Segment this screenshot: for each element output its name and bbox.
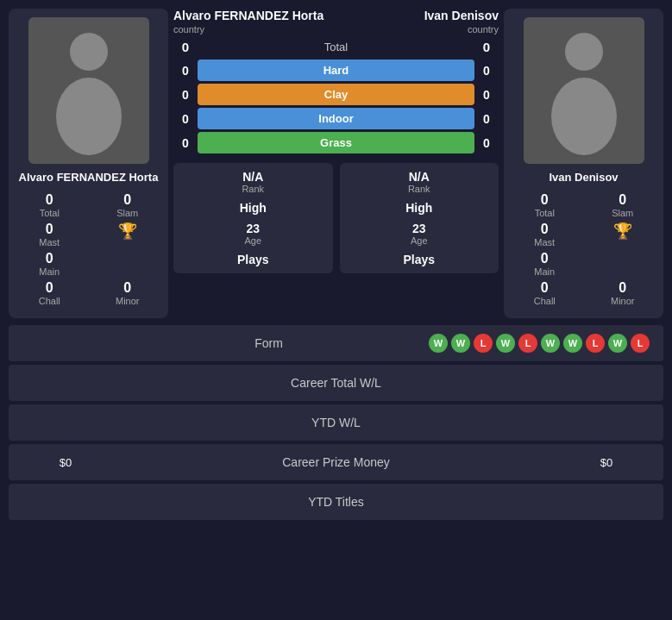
left-rank-label: Rank (180, 184, 326, 194)
center-right-name-block: Ivan Denisov country (424, 9, 499, 34)
right-mast-value: 0 (541, 222, 549, 237)
info-panels-row: N/A Rank High 23 Age Plays N/A Rank (173, 163, 499, 273)
center-left-name-block: Alvaro FERNANDEZ Horta country (173, 9, 323, 34)
surface-row-indoor: 0 Indoor 0 (173, 108, 499, 129)
right-player-card: Ivan Denisov 0 Total 0 Slam 0 Mast 🏆 (504, 9, 663, 318)
left-slam-label: Slam (116, 208, 138, 218)
right-high-value: High (347, 201, 493, 215)
right-main-value: 0 (541, 251, 549, 266)
total-right-score: 0 (474, 40, 499, 54)
left-total-label: Total (40, 208, 60, 218)
right-slam-stat: 0 Slam (591, 192, 656, 218)
form-badge-1: W (429, 334, 448, 353)
surface-row-grass: 0 Grass 0 (173, 132, 499, 153)
career-wl-row: Career Total W/L (9, 365, 663, 401)
form-badge-7: W (563, 334, 582, 353)
players-comparison: Alvaro FERNANDEZ Horta 0 Total 0 Slam 0 … (9, 9, 663, 318)
right-trophy-icon-container: 🏆 (591, 222, 656, 247)
left-mast-label: Mast (39, 237, 60, 247)
indoor-button[interactable]: Indoor (198, 108, 474, 129)
right-info-panel: N/A Rank High 23 Age Plays (340, 163, 499, 273)
form-badge-5: L (518, 334, 537, 353)
left-main-value: 0 (46, 251, 53, 266)
center-left-country: country (173, 24, 323, 34)
hard-left-score: 0 (173, 64, 198, 78)
total-left-score: 0 (173, 40, 198, 54)
right-player-stats2: 0 Chall 0 Minor (512, 280, 655, 306)
clay-button[interactable]: Clay (198, 84, 474, 105)
left-trophy-icon-container: 🏆 (96, 222, 160, 247)
center-right-country: country (424, 24, 499, 34)
right-rank-value: N/A (347, 170, 493, 184)
form-badge-2: W (451, 334, 470, 353)
prize-label: Career Prize Money (109, 455, 563, 469)
svg-point-0 (70, 33, 108, 71)
prize-right: $0 (563, 456, 650, 469)
left-age-value: 23 (180, 222, 326, 235)
right-total-stat: 0 Total (512, 192, 577, 218)
left-info-panel: N/A Rank High 23 Age Plays (173, 163, 333, 273)
total-label: Total (198, 41, 474, 53)
grass-left-score: 0 (173, 136, 198, 150)
surface-row-hard: 0 Hard 0 (173, 59, 499, 81)
left-player-card: Alvaro FERNANDEZ Horta 0 Total 0 Slam 0 … (9, 9, 168, 318)
form-badge-10: L (631, 334, 650, 353)
center-names-row: Alvaro FERNANDEZ Horta country Ivan Deni… (173, 9, 499, 34)
indoor-right-score: 0 (474, 112, 499, 126)
left-trophy-icon: 🏆 (118, 222, 137, 241)
left-mast-value: 0 (46, 222, 53, 237)
right-total-label: Total (535, 208, 555, 218)
form-badge-6: W (541, 334, 560, 353)
total-row: 0 Total 0 (173, 40, 499, 54)
left-age-container: 23 Age (180, 222, 326, 246)
left-high-value: High (180, 201, 326, 215)
form-row: Form W W L W L W W L W L (9, 325, 663, 361)
clay-left-score: 0 (173, 88, 198, 102)
center-right-name: Ivan Denisov (424, 9, 499, 22)
hard-button[interactable]: Hard (198, 59, 474, 81)
right-main-label: Main (534, 266, 555, 277)
left-total-value: 0 (46, 192, 53, 208)
left-plays-value: Plays (180, 253, 326, 266)
center-left-name: Alvaro FERNANDEZ Horta (173, 9, 323, 22)
prize-left: $0 (22, 456, 109, 469)
surface-row-clay: 0 Clay 0 (173, 84, 499, 105)
ytd-wl-row: YTD W/L (9, 404, 663, 441)
right-rank-label: Rank (347, 184, 493, 194)
bottom-section: Form W W L W L W W L W L Career Total W/… (9, 325, 663, 520)
left-minor-label: Minor (116, 296, 140, 306)
right-total-value: 0 (541, 192, 549, 208)
left-player-stats: 0 Total 0 Slam 0 Mast 🏆 0 Main (17, 192, 160, 277)
right-age-container: 23 Age (347, 222, 493, 246)
left-player-avatar (28, 17, 149, 164)
ytd-wl-label: YTD W/L (109, 416, 563, 429)
left-high-container: High (180, 201, 326, 215)
svg-point-2 (565, 33, 603, 71)
right-chall-stat: 0 Chall (512, 280, 577, 306)
right-plays-container: Plays (347, 253, 493, 266)
form-badge-3: L (474, 334, 493, 353)
right-plays-value: Plays (347, 253, 493, 266)
right-minor-stat: 0 Minor (591, 280, 656, 306)
right-minor-value: 0 (619, 280, 626, 296)
indoor-left-score: 0 (173, 112, 198, 126)
left-chall-value: 0 (46, 280, 53, 296)
surfaces-container: 0 Hard 0 0 Clay 0 0 Indoor 0 0 Grass (173, 59, 499, 156)
left-player-stats2: 0 Chall 0 Minor (17, 280, 160, 306)
right-mast-label: Mast (534, 237, 555, 247)
right-slam-label: Slam (612, 208, 633, 218)
left-rank-value: N/A (180, 170, 326, 184)
left-player-name: Alvaro FERNANDEZ Horta (19, 171, 159, 184)
left-plays-container: Plays (180, 253, 326, 266)
career-wl-label: Career Total W/L (109, 376, 563, 390)
left-total-stat: 0 Total (17, 192, 82, 218)
prize-row: $0 Career Prize Money $0 (9, 444, 663, 480)
left-slam-stat: 0 Slam (96, 192, 160, 218)
right-high-container: High (347, 201, 493, 215)
form-badges: W W L W L W W L W L (429, 334, 650, 353)
left-main-label: Main (39, 266, 60, 277)
grass-button[interactable]: Grass (198, 132, 474, 153)
ytd-titles-row: YTD Titles (9, 484, 663, 520)
center-block: Alvaro FERNANDEZ Horta country Ivan Deni… (173, 9, 499, 318)
main-container: Alvaro FERNANDEZ Horta 0 Total 0 Slam 0 … (0, 0, 672, 532)
